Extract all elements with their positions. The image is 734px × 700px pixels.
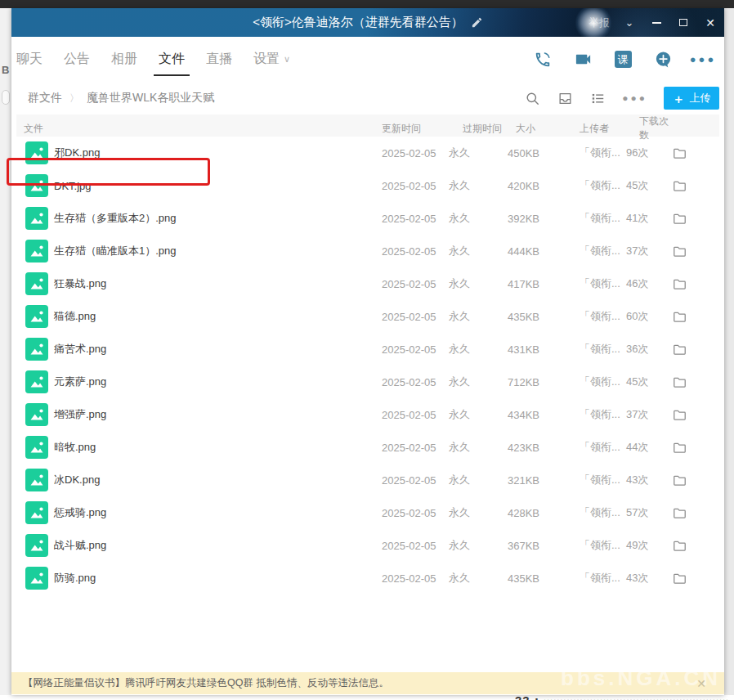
file-name: 生存猎（瞄准版本1）.png xyxy=(47,244,382,258)
image-file-icon xyxy=(25,272,48,295)
file-row[interactable]: DKT.jpg 2025-02-05 永久 420KB 「领衔... 45次 xyxy=(16,169,719,202)
folder-icon[interactable] xyxy=(672,342,696,357)
file-name: DKT.jpg xyxy=(47,180,382,192)
inbox-tray-icon[interactable] xyxy=(557,90,573,106)
folder-icon[interactable] xyxy=(672,178,696,194)
file-downloads: 45次 xyxy=(626,375,672,389)
folder-icon[interactable] xyxy=(672,146,696,161)
file-name: 战斗贼.png xyxy=(47,538,382,553)
file-updated: 2025-02-05 xyxy=(382,343,449,356)
folder-icon[interactable] xyxy=(672,440,696,455)
image-file-icon xyxy=(25,469,48,491)
file-row[interactable]: 痛苦术.png 2025-02-05 永久 431KB 「领衔... 36次 xyxy=(16,333,719,366)
file-updated: 2025-02-05 xyxy=(382,409,449,421)
list-view-icon[interactable] xyxy=(589,90,606,106)
file-expires: 永久 xyxy=(449,473,508,487)
file-row[interactable]: 生存猎（多重版本2）.png 2025-02-05 永久 392KB 「领衔..… xyxy=(16,202,719,235)
banner-close-icon[interactable]: ✕ xyxy=(696,677,706,690)
tab-announcement[interactable]: 公告 xyxy=(64,37,90,82)
background-fragment-dots: ........................................… xyxy=(544,695,727,700)
file-row[interactable]: 猫德.png 2025-02-05 永久 435KB 「领衔... 60次 xyxy=(16,300,719,333)
tab-chat[interactable]: 聊天 xyxy=(16,37,43,82)
file-row[interactable]: 狂暴战.png 2025-02-05 永久 417KB 「领衔... 46次 xyxy=(16,267,719,300)
file-updated: 2025-02-05 xyxy=(382,572,449,585)
search-icon[interactable] xyxy=(524,90,540,106)
file-expires: 永久 xyxy=(449,538,508,553)
file-size: 423KB xyxy=(508,442,580,454)
file-row[interactable]: 增强萨.png 2025-02-05 永久 434KB 「领衔... 37次 xyxy=(16,398,719,431)
file-expires: 永久 xyxy=(449,407,508,422)
close-button[interactable]: ✕ xyxy=(703,16,718,30)
breadcrumb: 群文件 〉 魔兽世界WLK各职业天赋 xyxy=(28,91,214,105)
minimize-button[interactable] xyxy=(649,16,664,30)
file-downloads: 96次 xyxy=(626,146,672,160)
col-header-size: 大小 xyxy=(508,122,580,136)
file-row[interactable]: 防骑.png 2025-02-05 永久 435KB 「领衔... 43次 xyxy=(16,562,719,595)
image-file-icon xyxy=(25,403,48,426)
folder-icon[interactable] xyxy=(672,538,696,554)
file-expires: 永久 xyxy=(449,309,508,324)
tab-settings[interactable]: 设置 ∨ xyxy=(253,37,290,82)
window-title: <领衔>伦鲁迪洛尔（进群先看群公告） xyxy=(253,15,463,30)
file-updated: 2025-02-05 xyxy=(382,213,449,225)
folder-icon[interactable] xyxy=(672,309,696,325)
folder-icon[interactable] xyxy=(672,505,696,521)
desktop-top-strip xyxy=(0,0,734,8)
file-row[interactable]: 元素萨.png 2025-02-05 永久 712KB 「领衔... 45次 xyxy=(16,366,719,398)
file-row[interactable]: 暗牧.png 2025-02-05 永久 423KB 「领衔... 44次 xyxy=(16,431,719,464)
file-row[interactable]: 邪DK.png 2025-02-05 永久 450KB 「领衔... 96次 xyxy=(16,137,719,169)
file-name: 惩戒骑.png xyxy=(47,505,382,520)
file-downloads: 45次 xyxy=(626,178,672,193)
file-expires: 永久 xyxy=(449,342,508,357)
image-file-icon xyxy=(25,305,48,328)
image-file-icon xyxy=(25,567,48,590)
file-name: 暗牧.png xyxy=(47,440,382,455)
file-row[interactable]: 生存猎（瞄准版本1）.png 2025-02-05 永久 444KB 「领衔..… xyxy=(16,235,719,267)
file-name: 痛苦术.png xyxy=(47,342,382,357)
file-updated: 2025-02-05 xyxy=(382,474,449,487)
folder-icon[interactable] xyxy=(672,407,696,423)
more-actions-icon[interactable]: ●●● xyxy=(693,50,713,70)
folder-icon[interactable] xyxy=(672,211,696,227)
class-lesson-icon[interactable]: 课 xyxy=(613,50,633,70)
file-expires: 永久 xyxy=(449,505,508,520)
file-row[interactable]: 战斗贼.png 2025-02-05 永久 367KB 「领衔... 49次 xyxy=(16,529,719,562)
file-uploader: 「领衔... xyxy=(580,178,626,193)
breadcrumb-root[interactable]: 群文件 xyxy=(28,91,62,105)
file-uploader: 「领衔... xyxy=(580,538,626,553)
file-uploader: 「领衔... xyxy=(580,276,626,291)
voice-call-icon[interactable] xyxy=(533,50,553,70)
folder-icon[interactable] xyxy=(672,276,696,292)
file-uploader: 「领衔... xyxy=(580,440,626,455)
toolbar-more-icon[interactable]: ●●● xyxy=(622,92,647,104)
upload-button[interactable]: ＋ 上传 xyxy=(664,87,719,110)
edit-title-icon[interactable] xyxy=(471,16,483,29)
image-file-icon xyxy=(25,141,48,164)
tab-album[interactable]: 相册 xyxy=(111,37,137,82)
file-downloads: 41次 xyxy=(626,211,672,226)
file-size: 420KB xyxy=(508,180,580,192)
file-name: 生存猎（多重版本2）.png xyxy=(47,211,382,226)
file-size: 450KB xyxy=(508,147,580,159)
file-size: 434KB xyxy=(508,409,580,421)
folder-icon[interactable] xyxy=(672,473,696,488)
file-downloads: 37次 xyxy=(626,244,672,258)
titlebar[interactable]: <领衔>伦鲁迪洛尔（进群先看群公告） 举报 ⌄ ✕ xyxy=(11,8,724,37)
maximize-button[interactable] xyxy=(676,16,691,30)
file-row[interactable]: 惩戒骑.png 2025-02-05 永久 428KB 「领衔... 57次 xyxy=(16,496,719,529)
file-row[interactable]: 冰DK.png 2025-02-05 永久 321KB 「领衔... 43次 xyxy=(16,464,719,496)
file-size: 444KB xyxy=(508,245,580,258)
video-call-icon[interactable] xyxy=(573,50,593,70)
file-downloads: 44次 xyxy=(626,440,672,455)
report-button[interactable]: 举报 xyxy=(589,16,610,30)
tab-files[interactable]: 文件 xyxy=(159,37,185,82)
titlebar-chevron-icon[interactable]: ⌄ xyxy=(622,16,637,30)
tab-live[interactable]: 直播 xyxy=(206,37,232,82)
folder-icon[interactable] xyxy=(672,375,696,390)
folder-icon[interactable] xyxy=(672,571,696,586)
image-file-icon xyxy=(25,534,48,557)
image-file-icon xyxy=(25,436,48,459)
folder-icon[interactable] xyxy=(672,244,696,259)
add-member-icon[interactable] xyxy=(653,50,673,70)
file-uploader: 「领衔... xyxy=(580,571,626,586)
